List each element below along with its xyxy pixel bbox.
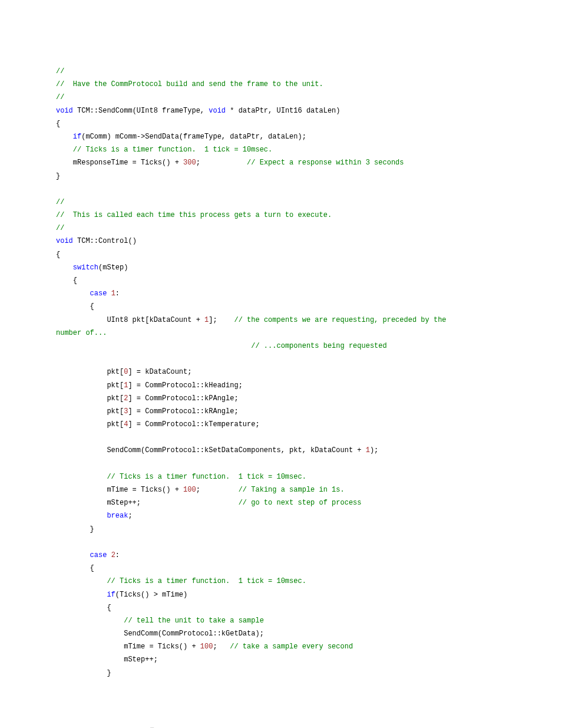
code-lines: //// Have the CommProtocol build and sen… — [56, 65, 527, 680]
code-block: //// Have the CommProtocol build and sen… — [0, 0, 562, 703]
page-footer: – — [0, 721, 562, 728]
